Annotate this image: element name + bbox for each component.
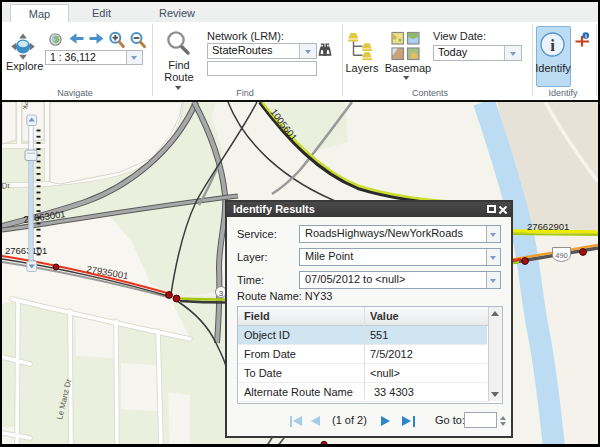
- svg-text:Pk: Pk: [21, 102, 30, 110]
- svg-text:3: 3: [219, 289, 224, 298]
- svg-text:27662901: 27662901: [527, 221, 569, 232]
- svg-text:27663101: 27663101: [5, 245, 47, 256]
- svg-text:490: 490: [555, 251, 568, 260]
- svg-text:i: i: [550, 36, 555, 55]
